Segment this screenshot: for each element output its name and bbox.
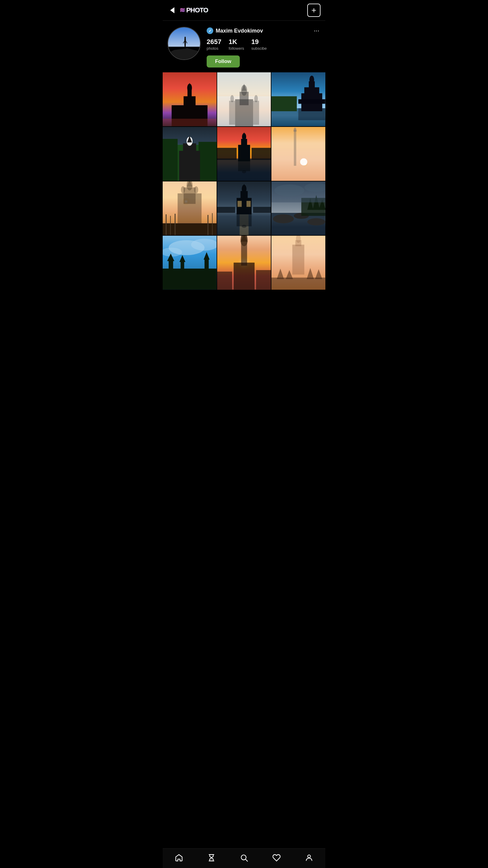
photo-8-scene	[217, 181, 271, 236]
back-button[interactable]	[167, 5, 177, 15]
photo-4	[163, 127, 217, 181]
stat-followers: 1K followers	[229, 38, 244, 51]
svg-rect-26	[271, 96, 297, 112]
photo-grid	[163, 72, 325, 290]
svg-point-50	[300, 158, 307, 165]
bottom-spacer	[163, 290, 325, 314]
photo-cell-2[interactable]	[217, 72, 271, 126]
photo-cell-8[interactable]	[217, 181, 271, 236]
svg-rect-111	[233, 263, 254, 290]
stats-row: 2657 photos 1K followers 19 subscibe	[207, 38, 321, 51]
photo-7	[163, 181, 217, 236]
add-button[interactable]: +	[307, 4, 321, 17]
photo-9	[271, 181, 325, 236]
profile-name: Maxim Evdokimov	[216, 28, 310, 34]
photo-cell-3[interactable]	[271, 72, 325, 126]
photo-cell-11[interactable]	[217, 236, 271, 290]
photo-7-scene	[163, 181, 217, 236]
app-header: ≋ PHOTO +	[163, 0, 325, 21]
photo-cell-4[interactable]	[163, 127, 217, 181]
person-icon	[305, 854, 313, 862]
heart-icon	[272, 854, 281, 862]
nav-home[interactable]	[170, 852, 188, 863]
subscriptions-count: 19	[251, 38, 267, 45]
svg-rect-48	[271, 127, 325, 181]
bottom-navigation	[163, 848, 325, 868]
photo-9-scene	[271, 181, 325, 236]
nav-search[interactable]	[235, 852, 253, 863]
photo-3	[271, 72, 325, 126]
app-logo: ≋ PHOTO	[180, 6, 208, 14]
photo-2-scene	[217, 72, 271, 126]
hourglass-icon	[207, 854, 216, 862]
photo-cell-12[interactable]	[271, 236, 325, 290]
svg-rect-25	[298, 99, 325, 104]
followers-count: 1K	[229, 38, 244, 45]
photo-2	[217, 72, 271, 126]
name-row: ✓ Maxim Evdokimov ···	[207, 27, 321, 35]
photo-cell-5[interactable]	[217, 127, 271, 181]
photo-6-scene	[271, 127, 325, 181]
followers-label: followers	[229, 46, 244, 51]
photo-cell-10[interactable]	[163, 236, 217, 290]
verified-badge: ✓	[207, 27, 213, 34]
svg-rect-67	[207, 215, 208, 235]
photo-cell-1[interactable]	[163, 72, 217, 126]
photo-8	[217, 181, 271, 236]
svg-rect-8	[163, 119, 217, 126]
profile-info: ✓ Maxim Evdokimov ··· 2657 photos 1K fol…	[207, 27, 321, 67]
svg-rect-119	[271, 278, 325, 290]
photos-count: 2657	[207, 38, 221, 45]
profile-section: ✓ Maxim Evdokimov ··· 2657 photos 1K fol…	[163, 21, 325, 72]
photo-cell-7[interactable]	[163, 181, 217, 236]
svg-rect-80	[217, 207, 235, 213]
follow-button[interactable]: Follow	[207, 56, 240, 67]
add-icon: +	[312, 6, 316, 14]
svg-point-92	[274, 184, 304, 196]
header-left: ≋ PHOTO	[167, 5, 208, 15]
photo-cell-6[interactable]	[271, 127, 325, 181]
photo-10	[163, 236, 217, 290]
photo-12-scene	[271, 236, 325, 290]
verified-check-icon: ✓	[208, 29, 212, 33]
more-options-button[interactable]: ···	[313, 27, 321, 35]
svg-rect-27	[298, 108, 325, 120]
stat-subscriptions: 19 subscibe	[251, 38, 267, 51]
subscriptions-label: subscibe	[251, 46, 267, 51]
photo-1	[163, 72, 217, 126]
svg-rect-17	[253, 101, 259, 124]
svg-point-53	[294, 127, 297, 132]
back-icon	[170, 7, 174, 13]
svg-point-16	[230, 95, 234, 102]
svg-rect-65	[170, 216, 171, 236]
photo-6	[271, 127, 325, 181]
nav-profile[interactable]	[300, 852, 318, 863]
svg-point-46	[242, 170, 246, 173]
svg-rect-45	[238, 159, 250, 171]
svg-point-79	[241, 224, 247, 227]
photos-label: photos	[207, 46, 221, 51]
svg-rect-43	[217, 148, 237, 160]
avatar	[167, 27, 201, 60]
photo-11-scene	[217, 236, 271, 290]
svg-rect-112	[217, 272, 232, 290]
svg-rect-68	[212, 213, 213, 235]
avatar-scene	[168, 27, 200, 59]
nav-history[interactable]	[202, 852, 221, 863]
svg-rect-76	[237, 201, 241, 207]
svg-line-125	[246, 859, 247, 861]
avatar-container	[167, 27, 201, 60]
svg-rect-44	[252, 148, 271, 160]
svg-rect-3	[184, 96, 195, 112]
svg-rect-30	[163, 139, 178, 181]
svg-rect-116	[293, 245, 304, 275]
svg-rect-66	[175, 214, 175, 235]
photo-5-scene	[217, 127, 271, 181]
svg-rect-101	[181, 261, 184, 270]
svg-rect-81	[253, 207, 271, 213]
photo-cell-9[interactable]	[271, 181, 325, 236]
svg-point-24	[310, 76, 314, 84]
search-icon	[240, 854, 248, 862]
svg-rect-77	[247, 201, 251, 207]
nav-favorites[interactable]	[267, 852, 286, 863]
